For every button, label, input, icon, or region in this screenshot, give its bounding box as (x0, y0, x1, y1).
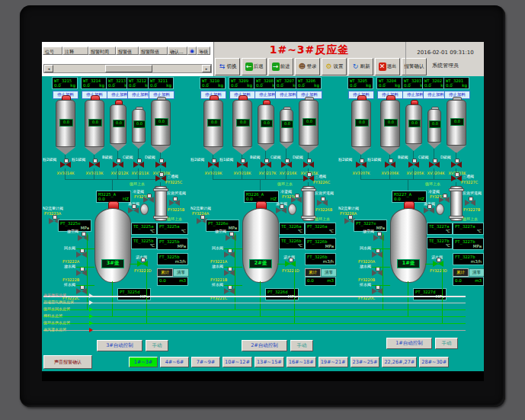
tank-level-display: 0.0 (155, 118, 168, 126)
screen-nav-button[interactable]: 23#~25# (351, 357, 380, 367)
scroll-right-icon[interactable]: ▸ (202, 65, 211, 72)
manual-button-2[interactable]: 手动 (290, 340, 313, 351)
weight-value: 0.0 (277, 83, 283, 88)
totalizer-display: 0.0m3 (453, 277, 484, 286)
total-unit: m3 (327, 278, 334, 283)
emergency-valve[interactable] (465, 200, 475, 207)
alarm-column-header[interactable]: 报警值 (116, 46, 139, 55)
discharge-valve[interactable] (76, 288, 87, 295)
scrollbar-thumb[interactable] (105, 65, 152, 72)
weight-value: 0.0 (379, 83, 386, 88)
toolbar-settings-button[interactable]: ⚙设置 (322, 58, 347, 75)
feed-valve[interactable] (451, 162, 462, 168)
pipe (76, 248, 94, 249)
weight-unit: kg (366, 83, 371, 88)
discharge-valve[interactable] (372, 288, 383, 295)
feed-valve[interactable] (356, 162, 367, 168)
clear-total-button[interactable]: 清零 (173, 268, 189, 277)
scroll-left-icon[interactable]: ◂ (44, 65, 53, 72)
condenser-valve[interactable] (143, 197, 154, 204)
screen-nav-button[interactable]: 16#~18# (287, 357, 316, 367)
feed-valve[interactable] (281, 162, 292, 168)
screen-nav-button[interactable]: 13#~15# (254, 357, 284, 367)
feed-valve[interactable] (113, 162, 123, 168)
valve-label: 粉1罐阀 (367, 157, 381, 162)
alarm-column-header[interactable]: 报警限值 (139, 46, 168, 55)
feed-valve[interactable] (133, 162, 144, 168)
return-water-valve[interactable] (224, 252, 235, 258)
alarm-column-header[interactable]: 确认... (168, 46, 187, 55)
feed-valve[interactable] (385, 162, 395, 168)
three-way-valve[interactable] (451, 175, 462, 182)
valve-label: 排水阀 (360, 282, 371, 287)
toolbar-exit-button[interactable]: ✕退出 (375, 58, 400, 75)
pipe (213, 168, 213, 179)
screen-nav-button[interactable]: 22,26#,27# (382, 357, 417, 367)
auto-control-button-1[interactable]: 1#自动控制 (386, 338, 432, 349)
three-way-valve[interactable] (155, 175, 166, 182)
clear-total-button[interactable]: 清零 (321, 268, 337, 277)
screen-nav-button[interactable]: 10#~12# (222, 357, 252, 367)
auto-control-button-2[interactable]: 2#自动控制 (242, 340, 287, 351)
toolbar-login-button[interactable]: ☻登录 (295, 58, 320, 75)
valve-label: 冷凝阀 (280, 189, 292, 194)
emergency-valve[interactable] (317, 200, 328, 207)
alarm-column-header[interactable]: 报警时间 (88, 46, 116, 55)
alarm-column-header[interactable]: 位号 (43, 46, 62, 55)
drain-valve[interactable] (76, 270, 87, 277)
auto-control-button-3[interactable]: 3#自动控制 (97, 340, 142, 351)
header-center: 1#~3#反应釜 ⇆切换←后退→前进☻登录⚙设置↻刷新✕退出报警确认 (213, 42, 405, 76)
screen-nav-button[interactable]: 19#~21# (319, 357, 348, 367)
feed-valve[interactable] (261, 162, 271, 168)
weight-display: WT_3211 0.0kg (148, 77, 174, 89)
condenser-valve[interactable] (439, 197, 450, 204)
alarm-list-scrollbar[interactable]: ◂ ▸ (43, 64, 212, 73)
totalizer-button[interactable]: 累计 (305, 268, 321, 277)
total-unit: m3 (475, 278, 482, 283)
valve-label: 回水阀 (64, 245, 75, 250)
drain-valve[interactable] (224, 270, 235, 277)
feed-valve[interactable] (208, 162, 219, 168)
alarm-column-header[interactable]: 注释 (62, 46, 88, 55)
totalizer-button[interactable]: 累计 (157, 268, 173, 277)
clear-total-button[interactable]: 清零 (469, 268, 484, 277)
steam-valve[interactable] (276, 207, 287, 214)
alarm-ack-icon[interactable]: ◉ (187, 46, 197, 55)
drain-valve[interactable] (372, 270, 383, 277)
feed-valve[interactable] (429, 162, 440, 168)
feed-valve[interactable] (89, 162, 100, 168)
steam-valve[interactable] (424, 207, 434, 214)
emergency-valve[interactable] (169, 200, 180, 207)
steam-valve[interactable] (128, 207, 139, 214)
toolbar-switch-button[interactable]: ⇆切换 (215, 58, 240, 75)
totalizer-button[interactable]: 累计 (453, 268, 469, 277)
pipe-line (43, 330, 466, 331)
toolbar-back-button[interactable]: ←后退 (242, 58, 267, 75)
feed-valve[interactable] (303, 162, 314, 168)
manual-button-1[interactable]: 手动 (435, 338, 458, 349)
alarm-column-header[interactable]: 等级 (197, 46, 210, 55)
feed-valve[interactable] (60, 162, 71, 168)
return-water-valve[interactable] (372, 252, 383, 258)
screen-nav-button[interactable]: 1#~3# (129, 357, 158, 367)
valve-label: N2流量计阀 (338, 206, 359, 210)
screen-nav-button[interactable]: 28#~30# (419, 357, 449, 367)
weight-unit: kg (247, 83, 252, 88)
condenser-valve[interactable] (291, 197, 302, 204)
toolbar-button-label: 退出 (387, 63, 397, 70)
feed-valve[interactable] (408, 162, 419, 168)
manual-button-3[interactable]: 手动 (146, 340, 168, 351)
toolbar-refresh-button[interactable]: ↻刷新 (348, 58, 373, 75)
voice-alarm-ack-button[interactable]: 声音报警确认 (43, 355, 92, 369)
feed-valve[interactable] (237, 162, 248, 168)
feed-valve[interactable] (155, 162, 166, 168)
return-water-valve[interactable] (76, 252, 87, 258)
discharge-valve[interactable] (224, 288, 235, 295)
pipe-arrow (89, 300, 95, 305)
screen-nav-button[interactable]: 4#~6# (160, 357, 189, 367)
instrument-unit: ℃ (281, 229, 303, 233)
three-way-valve[interactable] (303, 175, 314, 182)
tank-level-display: 0.0 (384, 119, 398, 127)
toolbar-forward-button[interactable]: →前进 (268, 58, 293, 75)
screen-nav-button[interactable]: 7#~9# (191, 357, 220, 367)
